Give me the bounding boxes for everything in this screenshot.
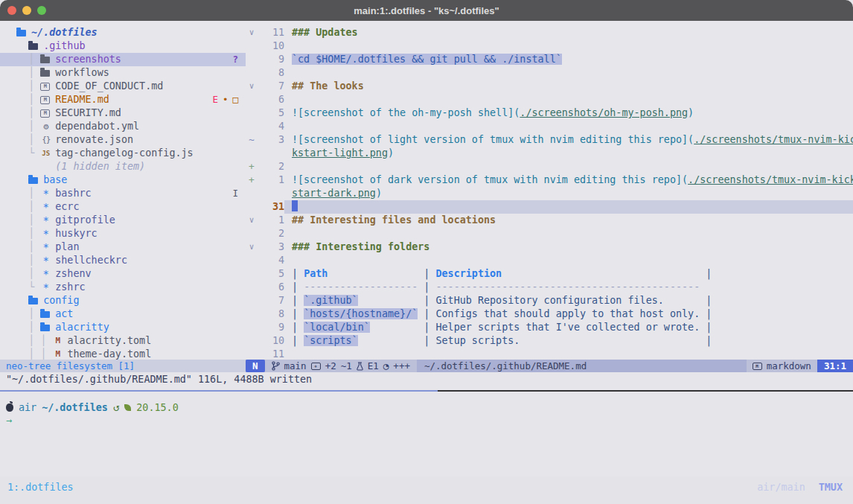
editor-line[interactable]: +1![screenshot of dark version of tmux w… — [246, 173, 853, 187]
editor-line[interactable]: 11 — [246, 348, 853, 360]
tree-item-zshrc[interactable]: └ *zshrc — [0, 281, 246, 294]
line-text: | `scripts` | Setup scripts. | — [284, 334, 853, 348]
tree-item-tag-changelog-config-js[interactable]: └ JStag-changelog-config.js — [0, 147, 246, 160]
tree-item-label: zshenv — [55, 267, 91, 281]
line-number — [258, 187, 284, 200]
shell-pane[interactable]: air ~/.dotfiles ↺ 20.15.0 → — [0, 392, 853, 476]
editor-line[interactable]: 6| ------------------- | ---------------… — [246, 281, 853, 294]
tree-item--dotfiles[interactable]: ~/.dotfiles — [0, 26, 246, 39]
editor-line[interactable]: 31 — [246, 200, 853, 214]
editor-line[interactable]: ∨7## The looks — [246, 80, 853, 93]
indent-guide — [16, 173, 28, 187]
syntax-txt: ![screenshot of dark version of tmux wit… — [292, 174, 688, 185]
editor-line[interactable]: 7| `.github` | GitHub Repository configu… — [246, 294, 853, 307]
gutter — [246, 187, 258, 200]
syntax-plain — [502, 268, 700, 279]
line-text: ### Updates — [284, 26, 853, 39]
tree-item-huskyrc[interactable]: │ *huskyrc — [0, 227, 246, 240]
editor-line[interactable]: ∨3### Interesting folders — [246, 240, 853, 254]
editor-line[interactable]: 9| `local/bin` | Helper scripts that I'v… — [246, 321, 853, 334]
toml-icon: M — [52, 334, 63, 348]
tree-item-gitprofile[interactable]: │ *gitprofile — [0, 214, 246, 227]
line-number: 2 — [258, 227, 284, 240]
line-text: | `local/bin` | Helper scripts that I've… — [284, 321, 853, 334]
tmux-session-tab[interactable]: 1:.dotfiles — [7, 482, 74, 493]
tree-item-label: base — [43, 173, 67, 187]
line-number: 7 — [258, 294, 284, 307]
syntax-link: start-dark.png — [292, 188, 376, 199]
cursor-position: 31:1 — [817, 360, 853, 372]
node-leaf-icon — [124, 404, 131, 411]
indent-guide: └ — [16, 281, 40, 294]
editor-line[interactable]: 9`cd $HOME/.dotfiles && git pull && ./in… — [246, 53, 853, 66]
tree-item-base[interactable]: base — [0, 173, 246, 187]
editor-line[interactable]: 4 — [246, 254, 853, 267]
editor-buffer[interactable]: ∨11### Updates109`cd $HOME/.dotfiles && … — [246, 21, 853, 360]
syntax-code: `cd $HOME/.dotfiles && git pull && ./ins… — [292, 54, 562, 65]
tree-item-readme-md[interactable]: │ MREADME.mdE•□ — [0, 93, 246, 106]
line-text — [284, 160, 853, 173]
syntax-pipe: | — [700, 322, 712, 333]
neo-tree-sidebar[interactable]: ~/.dotfiles .github │ screenshots? │ wor… — [0, 21, 246, 360]
tree-item--1-hidden-item-[interactable]: (1 hidden item) — [0, 160, 246, 173]
syntax-txt: ) — [688, 107, 694, 118]
editor-line[interactable]: 10| `scripts` | Setup scripts. | — [246, 334, 853, 348]
line-number: 11 — [258, 348, 284, 360]
folder-icon — [16, 30, 26, 36]
line-number: 3 — [258, 240, 284, 254]
fold-chevron-icon: ∨ — [246, 80, 258, 93]
syntax-code: `scripts` — [304, 335, 358, 346]
gutter — [246, 39, 258, 53]
tree-item-act[interactable]: │ act — [0, 307, 246, 321]
tree-item-config[interactable]: config — [0, 294, 246, 307]
editor-line[interactable]: +2 — [246, 160, 853, 173]
editor-line[interactable]: 10 — [246, 39, 853, 53]
editor-line[interactable]: ∨11### Updates — [246, 26, 853, 39]
editor-line[interactable]: 6 — [246, 93, 853, 106]
tree-item-alacritty-toml[interactable]: │ │ Malacritty.toml — [0, 334, 246, 348]
syntax-cell: Setup scripts. — [436, 335, 520, 346]
mode-indicator: N — [246, 360, 265, 372]
git-sign: + — [246, 160, 258, 173]
tree-item-shellcheckrc[interactable]: │ *shellcheckrc — [0, 254, 246, 267]
editor-line[interactable]: start-dark.png) — [246, 187, 853, 200]
editor-line[interactable]: kstart-light.png) — [246, 147, 853, 160]
editor-line[interactable]: 8 — [246, 66, 853, 80]
line-text: kstart-light.png) — [284, 147, 853, 160]
tree-item-workflows[interactable]: │ workflows — [0, 66, 246, 80]
gutter — [246, 307, 258, 321]
tree-item-bashrc[interactable]: │ *bashrcI — [0, 187, 246, 200]
indent-guide: │ │ — [16, 334, 52, 348]
status-badge: □ — [232, 93, 238, 106]
editor-line[interactable]: 5| Path | Description | — [246, 267, 853, 281]
tree-item-ecrc[interactable]: │ *ecrc — [0, 200, 246, 214]
editor-line[interactable]: ~3![screenshot of light version of tmux … — [246, 133, 853, 147]
tree-item-dependabot-yml[interactable]: │ ⚙dependabot.yml — [0, 120, 246, 133]
prompt-cwd: ~/.dotfiles — [42, 402, 108, 413]
editor-line[interactable]: 5![screenshot of the oh-my-posh shell](.… — [246, 106, 853, 120]
syntax-pipe: | — [292, 281, 304, 293]
filetype-label: markdown — [767, 360, 811, 372]
editor-line[interactable]: 4 — [246, 120, 853, 133]
tree-item-screenshots[interactable]: │ screenshots? — [0, 53, 246, 66]
syntax-plain — [664, 295, 700, 306]
tree-item-renovate-json[interactable]: │ {}renovate.json — [0, 133, 246, 147]
tree-item-alacritty[interactable]: │ alacritty — [0, 321, 246, 334]
folder-icon — [28, 298, 38, 304]
fold-chevron-icon: ∨ — [246, 26, 258, 39]
tree-item-theme-day-toml[interactable]: │ │ Mtheme-day.toml — [0, 348, 246, 360]
tree-item-label: config — [43, 294, 79, 307]
tree-item-code-of-conduct-md[interactable]: │ MCODE_OF_CONDUCT.md — [0, 80, 246, 93]
tree-item-security-md[interactable]: │ MSECURITY.md — [0, 106, 246, 120]
tree-item-plan[interactable]: │ *plan — [0, 240, 246, 254]
editor-line[interactable]: 8| `hosts/{hostname}/` | Configs that sh… — [246, 307, 853, 321]
toml-icon: M — [52, 348, 63, 360]
config-file-icon: * — [40, 281, 51, 294]
tree-item-zshenv[interactable]: │ *zshenv — [0, 267, 246, 281]
editor-line[interactable]: 2 — [246, 227, 853, 240]
indent-guide: │ — [16, 240, 40, 254]
line-text: | `.github` | GitHub Repository configur… — [284, 294, 853, 307]
tree-item--github[interactable]: .github — [0, 39, 246, 53]
line-text: ![screenshot of the oh-my-posh shell](./… — [284, 106, 853, 120]
editor-line[interactable]: ∨1## Interesting files and locations — [246, 214, 853, 227]
